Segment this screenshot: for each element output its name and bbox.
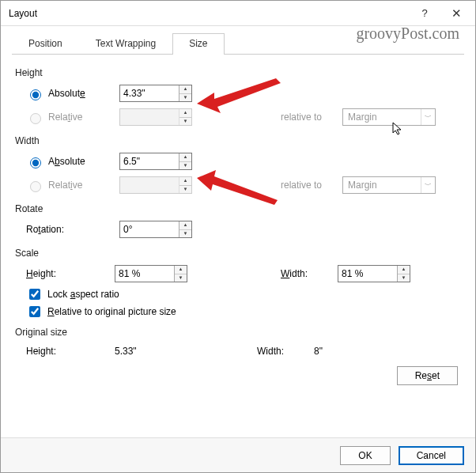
titlebar: Layout ? ✕ — [1, 1, 475, 26]
reset-button[interactable]: Reset — [397, 366, 458, 385]
height-relative-radio — [30, 113, 41, 124]
width-absolute-input[interactable] — [120, 153, 179, 169]
height-relative-label: Relative — [48, 112, 82, 123]
spin-down-icon[interactable]: ▼ — [179, 162, 191, 170]
spin-down-icon[interactable]: ▼ — [179, 94, 191, 102]
height-relative-to-combo: Margin ﹀ — [342, 108, 436, 126]
original-width-value: 8" — [314, 346, 323, 357]
spin-up-icon[interactable]: ▲ — [175, 266, 187, 274]
section-scale: Scale — [15, 248, 461, 259]
cancel-button[interactable]: Cancel — [399, 446, 464, 465]
original-width-label: Width: — [257, 346, 314, 357]
relative-original-label: Relative to original picture size — [47, 306, 176, 317]
lock-aspect-label: Lock aspect ratio — [47, 289, 119, 300]
chevron-down-icon: ﹀ — [421, 177, 435, 193]
original-height-label: Height: — [26, 346, 115, 357]
rotation-input[interactable] — [120, 221, 179, 237]
chevron-down-icon: ﹀ — [421, 109, 435, 125]
original-height-value: 5.33" — [115, 346, 257, 357]
tab-position[interactable]: Position — [12, 33, 79, 55]
spin-down-icon[interactable]: ▼ — [175, 274, 187, 282]
spin-up-icon[interactable]: ▲ — [179, 153, 191, 162]
tab-size[interactable]: Size — [172, 33, 224, 55]
tabstrip: Position Text Wrapping Size — [12, 32, 464, 55]
lock-aspect-checkbox[interactable] — [29, 289, 40, 300]
scale-width-spin[interactable]: ▲▼ — [338, 265, 410, 282]
help-button[interactable]: ? — [409, 2, 440, 25]
scale-width-input[interactable] — [338, 266, 397, 282]
dialog-footer: OK Cancel — [1, 437, 475, 472]
height-absolute-input[interactable] — [120, 85, 179, 101]
width-relative-to-combo: Margin ﹀ — [342, 176, 436, 194]
width-relative-spin: ▲▼ — [119, 176, 192, 194]
section-original: Original size — [15, 327, 461, 338]
height-absolute-spin[interactable]: ▲▼ — [119, 85, 192, 102]
height-absolute-label: Absolute — [48, 88, 85, 99]
spin-up-icon[interactable]: ▲ — [398, 266, 410, 274]
section-height: Height — [15, 67, 461, 78]
relative-original-checkbox[interactable] — [29, 306, 40, 317]
spin-up-icon: ▲ — [179, 109, 191, 118]
height-relative-input — [120, 109, 179, 125]
width-absolute-spin[interactable]: ▲▼ — [119, 153, 192, 170]
width-absolute-radio[interactable] — [30, 157, 41, 168]
section-width: Width — [15, 135, 461, 146]
spin-down-icon[interactable]: ▼ — [398, 274, 410, 282]
height-relative-spin: ▲▼ — [119, 108, 192, 126]
width-relative-input — [120, 177, 179, 193]
close-button[interactable]: ✕ — [440, 2, 472, 25]
width-relative-radio — [30, 181, 41, 192]
scale-height-input[interactable] — [115, 266, 174, 282]
width-absolute-label: Absolute — [48, 156, 85, 167]
height-relative-to-label: relative to — [281, 112, 338, 123]
ok-button[interactable]: OK — [340, 446, 390, 465]
tab-text-wrapping[interactable]: Text Wrapping — [79, 33, 172, 55]
spin-down-icon: ▼ — [179, 118, 191, 126]
scale-width-label: Width: — [281, 268, 338, 279]
spin-down-icon[interactable]: ▼ — [179, 230, 191, 238]
window-title: Layout — [9, 8, 409, 19]
scale-height-spin[interactable]: ▲▼ — [115, 265, 187, 282]
spin-up-icon[interactable]: ▲ — [179, 85, 191, 94]
height-absolute-radio[interactable] — [30, 89, 41, 100]
rotation-spin[interactable]: ▲▼ — [119, 221, 192, 238]
rotation-label: Rotation: — [26, 224, 115, 235]
spin-down-icon: ▼ — [179, 186, 191, 194]
layout-dialog: Layout ? ✕ groovyPost.com Position Text … — [0, 0, 476, 473]
scale-height-label: Height: — [26, 268, 115, 279]
width-relative-to-label: relative to — [281, 180, 338, 191]
spin-up-icon: ▲ — [179, 177, 191, 186]
spin-up-icon[interactable]: ▲ — [179, 221, 191, 230]
width-relative-label: Relative — [48, 180, 82, 191]
section-rotate: Rotate — [15, 203, 461, 214]
